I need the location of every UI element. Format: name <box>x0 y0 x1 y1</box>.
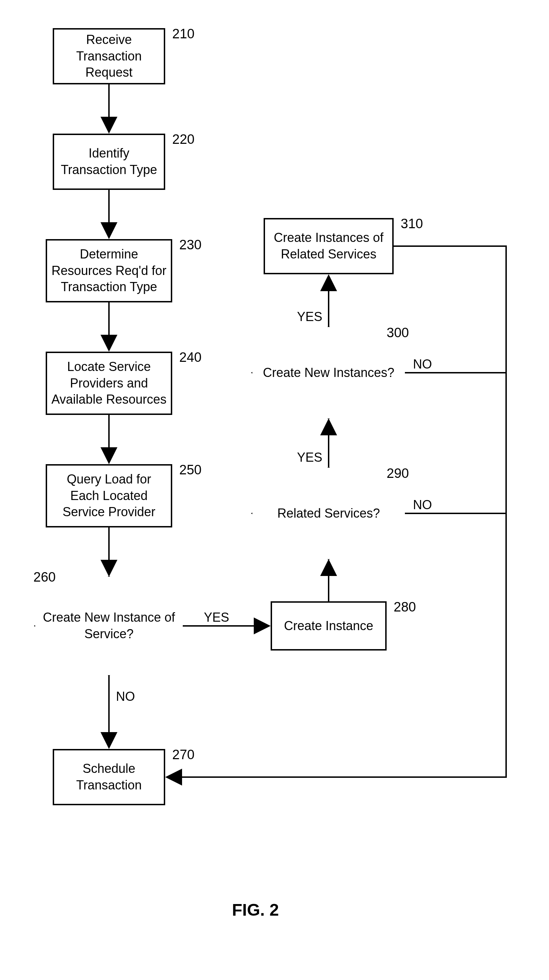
diamond-text: Create New Instance of Service? <box>35 602 183 649</box>
diamond-text: Related Services? <box>270 498 387 529</box>
diamond-text: Create New Instances? <box>256 358 401 388</box>
arrows <box>0 0 549 980</box>
